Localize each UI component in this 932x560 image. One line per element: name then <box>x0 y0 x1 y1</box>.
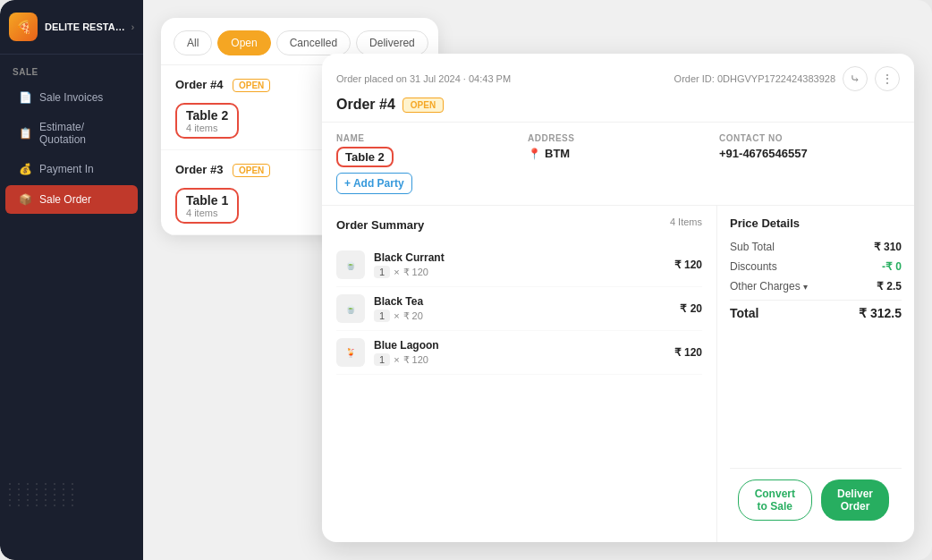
item-name-1: Black Tea <box>374 295 671 308</box>
item-qty-price-0: 1 × ₹ 120 <box>374 266 665 278</box>
convert-to-sale-button[interactable]: Convert to Sale <box>738 479 812 521</box>
discounts-value: -₹ 0 <box>882 260 902 273</box>
item-name-0: Black Currant <box>374 251 665 264</box>
detail-info-grid: NAME Table 2 + Add Party ADDRESS 📍 BTM C… <box>322 123 914 206</box>
filter-tab-cancelled[interactable]: Cancelled <box>276 30 351 55</box>
item-qty-0: 1 <box>374 266 390 278</box>
order-status-badge: OPEN <box>233 79 270 92</box>
order-summary-section: Order Summary 4 Items 🍵 Black Currant 1 … <box>322 206 717 542</box>
table-name: Table 2 <box>186 108 228 123</box>
item-image-1: 🍵 <box>336 294 365 323</box>
price-details-title: Price Details <box>730 216 902 230</box>
filter-tab-open[interactable]: Open <box>217 30 270 55</box>
app-logo: 🍕 <box>9 13 38 41</box>
item-unit-price-2: ₹ 120 <box>403 354 428 366</box>
item-total-2: ₹ 120 <box>674 346 702 359</box>
address-field: ADDRESS 📍 BTM <box>528 133 708 194</box>
table-name-value: Table 2 <box>336 147 394 167</box>
item-qty-1: 1 <box>374 310 390 322</box>
item-name-2: Blue Lagoon <box>374 339 665 352</box>
order-placed-text: Order placed on 31 Jul 2024 · 04:43 PM <box>336 73 511 84</box>
order-icon: 📦 <box>18 192 32 207</box>
location-icon: 📍 <box>528 148 541 160</box>
share-button[interactable]: ⤷ <box>843 66 868 91</box>
contact-field: CONTACT NO +91-4676546557 <box>719 133 900 194</box>
order-detail-panel: Order placed on 31 Jul 2024 · 04:43 PM O… <box>322 54 914 542</box>
payment-icon: 💰 <box>18 162 32 176</box>
open-status-badge: OPEN <box>402 98 444 113</box>
total-row: Total ₹ 312.5 <box>730 306 902 320</box>
invoice-icon: 📄 <box>18 90 32 105</box>
price-divider <box>730 300 902 301</box>
name-field: NAME Table 2 + Add Party <box>336 133 517 194</box>
order-item-row: 🍹 Blue Lagoon 1 × ₹ 120 ₹ 120 <box>336 331 702 375</box>
other-charges-row: Other Charges ▾ ₹ 2.5 <box>730 280 902 293</box>
sidebar-chevron-icon: › <box>131 22 134 32</box>
sub-total-row: Sub Total ₹ 310 <box>730 241 902 253</box>
table-items-count: 4 items <box>186 123 228 133</box>
table-items-count: 4 items <box>186 208 228 218</box>
sidebar-item-payment-in[interactable]: 💰 Payment In <box>5 155 138 183</box>
total-label: Total <box>730 306 758 320</box>
order-item-row: 🍵 Black Currant 1 × ₹ 120 ₹ 120 <box>336 243 702 287</box>
item-qty-price-1: 1 × ₹ 20 <box>374 310 671 322</box>
sub-total-label: Sub Total <box>730 241 775 253</box>
deliver-order-button[interactable]: Deliver Order <box>821 479 889 521</box>
item-info-2: Blue Lagoon 1 × ₹ 120 <box>374 339 665 366</box>
item-unit-price-1: ₹ 20 <box>403 310 423 322</box>
main-container: 🍕 DELITE RESTAUR... › Sale 📄 Sale Invoic… <box>0 0 932 560</box>
order-item-row: 🍵 Black Tea 1 × ₹ 20 ₹ 20 <box>336 287 702 331</box>
filter-tab-all[interactable]: All <box>174 30 212 55</box>
add-party-button[interactable]: + Add Party <box>336 173 412 194</box>
discounts-label: Discounts <box>730 260 777 273</box>
address-label: ADDRESS <box>528 133 708 143</box>
item-qty-price-2: 1 × ₹ 120 <box>374 353 665 366</box>
sidebar: 🍕 DELITE RESTAUR... › Sale 📄 Sale Invoic… <box>0 0 143 560</box>
sidebar-item-label: Payment In <box>39 163 94 175</box>
sidebar-item-sale-invoices[interactable]: 📄 Sale Invoices <box>5 83 138 112</box>
estimate-icon: 📋 <box>18 126 32 140</box>
table-name: Table 1 <box>186 193 228 208</box>
item-unit-price-0: ₹ 120 <box>403 267 428 278</box>
sidebar-item-sale-order[interactable]: 📦 Sale Order <box>5 185 138 214</box>
discounts-row: Discounts -₹ 0 <box>730 260 902 273</box>
order-summary-count: 4 Items <box>670 216 702 227</box>
sub-total-value: ₹ 310 <box>874 241 902 253</box>
item-qty-2: 1 <box>374 353 390 366</box>
table-badge-4: Table 2 4 items <box>175 103 239 139</box>
order-number: Order #4 <box>175 78 223 91</box>
app-name: DELITE RESTAUR... <box>45 21 131 32</box>
table-badge-3: Table 1 4 items <box>175 188 239 224</box>
name-label: NAME <box>336 133 517 143</box>
other-charges-label: Other Charges ▾ <box>730 280 808 293</box>
item-info-1: Black Tea 1 × ₹ 20 <box>374 295 671 322</box>
address-value: 📍 BTM <box>528 147 708 160</box>
sidebar-item-label: Sale Order <box>39 193 91 206</box>
price-details-section: Price Details Sub Total ₹ 310 Discounts … <box>717 206 914 542</box>
detail-body: Order Summary 4 Items 🍵 Black Currant 1 … <box>322 206 914 542</box>
order-summary-title: Order Summary <box>336 218 424 232</box>
sidebar-header[interactable]: 🍕 DELITE RESTAUR... › <box>0 0 143 55</box>
order-status-badge: OPEN <box>233 164 270 177</box>
sidebar-section-label: Sale <box>0 55 143 82</box>
total-value: ₹ 312.5 <box>859 306 902 320</box>
detail-header: Order placed on 31 Jul 2024 · 04:43 PM O… <box>322 54 914 123</box>
filter-tab-delivered[interactable]: Delivered <box>356 30 428 55</box>
order-id-text: Order ID: 0DHGVYP1722424383928 <box>674 73 835 84</box>
item-image-2: 🍹 <box>336 338 365 367</box>
item-image-0: 🍵 <box>336 250 365 279</box>
sidebar-item-estimate-quotation[interactable]: 📋 Estimate/ Quotation <box>5 114 138 153</box>
sidebar-item-label: Estimate/ Quotation <box>39 121 125 146</box>
detail-order-number: Order #4 <box>336 97 395 113</box>
sidebar-item-label: Sale Invoices <box>39 91 103 104</box>
detail-footer: Convert to Sale Deliver Order <box>730 468 902 531</box>
more-options-button[interactable]: ⋮ <box>875 66 900 91</box>
chevron-down-icon: ▾ <box>803 282 808 292</box>
order-number: Order #3 <box>175 163 223 176</box>
item-info-0: Black Currant 1 × ₹ 120 <box>374 251 665 278</box>
item-total-1: ₹ 20 <box>680 302 702 315</box>
contact-label: CONTACT NO <box>719 133 900 143</box>
other-charges-value: ₹ 2.5 <box>877 280 902 293</box>
item-total-0: ₹ 120 <box>674 259 702 271</box>
contact-value: +91-4676546557 <box>719 147 900 160</box>
